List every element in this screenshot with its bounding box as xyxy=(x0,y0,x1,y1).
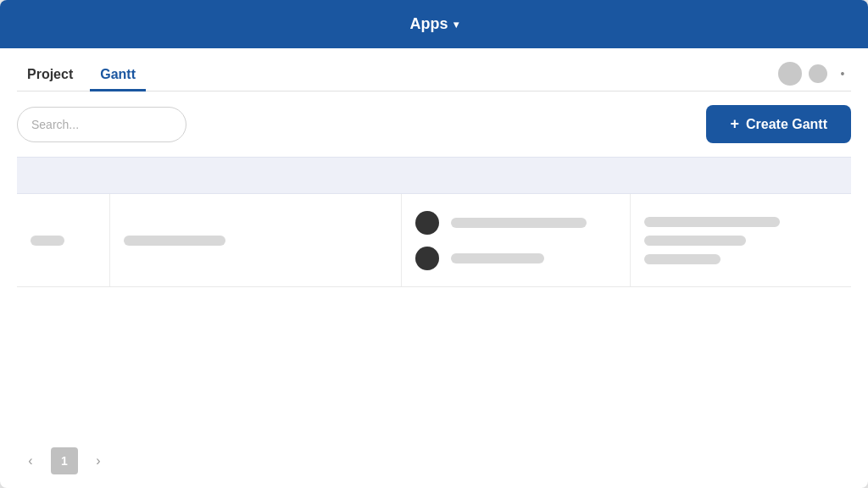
create-gantt-button[interactable]: + Create Gantt xyxy=(706,105,851,143)
apps-label: Apps xyxy=(410,15,448,33)
main-content-area: Project Gantt • + Create Gantt xyxy=(0,48,868,488)
skeleton-bar-b xyxy=(644,236,746,246)
skeleton-bar-long-2 xyxy=(451,253,544,263)
dot-row-2 xyxy=(415,247,616,270)
th-4 xyxy=(631,158,851,193)
app-window: Apps ▾ Project Gantt • xyxy=(0,0,868,488)
tabs-bar: Project Gantt • xyxy=(17,48,851,92)
more-options-icon[interactable]: • xyxy=(834,65,851,82)
th-3 xyxy=(402,158,631,193)
avatar-button-1[interactable] xyxy=(778,62,802,86)
toolbar: + Create Gantt xyxy=(17,92,851,157)
td-3 xyxy=(402,194,631,286)
skeleton-bar-short xyxy=(31,236,64,246)
skeleton-group xyxy=(644,217,837,264)
prev-page-button[interactable]: ‹ xyxy=(17,447,44,474)
td-4 xyxy=(631,194,851,286)
table-row xyxy=(17,194,851,287)
avatar-button-2[interactable] xyxy=(809,64,827,83)
skeleton-bar-long-1 xyxy=(451,218,587,228)
skeleton-bar-med xyxy=(124,236,225,246)
next-page-button[interactable]: › xyxy=(85,447,112,474)
plus-icon: + xyxy=(730,115,739,133)
top-navigation-bar: Apps ▾ xyxy=(0,0,868,48)
tab-project[interactable]: Project xyxy=(17,60,83,92)
status-dot-2 xyxy=(415,247,439,270)
tab-list: Project Gantt xyxy=(17,60,146,91)
td-2 xyxy=(110,194,402,286)
status-dot-1 xyxy=(415,211,439,235)
create-gantt-label: Create Gantt xyxy=(746,117,827,132)
dot-rows xyxy=(415,211,616,270)
dot-row-1 xyxy=(415,211,616,235)
current-page-indicator: 1 xyxy=(51,447,78,474)
th-2 xyxy=(110,158,402,193)
table-header xyxy=(17,157,851,194)
dropdown-arrow-icon: ▾ xyxy=(453,19,459,30)
th-1 xyxy=(17,158,110,193)
tab-actions: • xyxy=(778,62,851,89)
pagination: ‹ 1 › xyxy=(17,434,851,488)
search-input-wrap xyxy=(17,107,186,142)
td-1 xyxy=(17,194,110,286)
skeleton-bar-c xyxy=(644,254,721,264)
skeleton-bar-a xyxy=(644,217,780,227)
tab-gantt[interactable]: Gantt xyxy=(90,60,146,92)
table-area xyxy=(17,157,851,434)
apps-menu-button[interactable]: Apps ▾ xyxy=(397,8,472,40)
search-input[interactable] xyxy=(17,107,186,142)
